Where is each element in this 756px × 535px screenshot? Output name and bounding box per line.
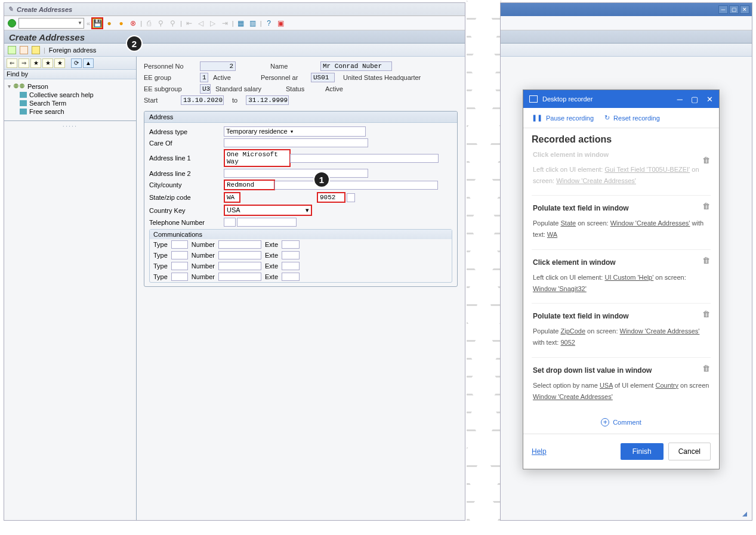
doc-new-icon[interactable]	[20, 46, 28, 54]
action-card[interactable]: Polulate text field in window 🗑 Populate…	[532, 196, 711, 250]
country-dropdown[interactable]: USA▾	[224, 205, 312, 216]
link[interactable]: UI Custom 'Help'	[604, 274, 653, 281]
delete-icon[interactable]: 🗑	[702, 255, 711, 263]
delete-icon[interactable]: 🗑	[702, 308, 711, 317]
comm-ext[interactable]	[282, 273, 300, 281]
content-pane: Personnel No 2 Name Mr Conrad Nuber EE g…	[137, 57, 465, 520]
minimize-icon[interactable]: ─	[677, 95, 683, 104]
pause-recording-button[interactable]: ❚❚Pause recording	[532, 114, 594, 122]
expand-icon[interactable]: ▾	[8, 83, 11, 89]
cancel-button[interactable]: Cancel	[668, 443, 711, 460]
findby-header: Find by	[4, 70, 136, 79]
comm-type[interactable]	[171, 273, 188, 281]
customize-icon[interactable]: ▣	[276, 18, 286, 28]
new-session-icon[interactable]: ▦	[236, 18, 246, 28]
command-field[interactable]	[18, 18, 84, 29]
link[interactable]: ZipCode	[560, 327, 585, 335]
comm-type[interactable]	[171, 240, 188, 249]
county-field[interactable]	[274, 181, 438, 190]
city-field[interactable]: Redmond	[224, 180, 275, 190]
nav-back-icon[interactable]: ⇐	[7, 58, 17, 68]
link[interactable]: Window 'Create Addresses'	[620, 327, 700, 335]
tree-item-person[interactable]: ▾ ⚉⚉ Person	[8, 82, 132, 91]
tree-item-free-search[interactable]: Free search	[8, 107, 132, 116]
comm-ext[interactable]	[282, 251, 300, 259]
link[interactable]: Window 'Create Addresses'	[610, 219, 690, 227]
action-card[interactable]: Click element in window 🗑 Left click on …	[532, 150, 711, 196]
delete-icon[interactable]: 🗑	[702, 154, 711, 163]
end-field[interactable]: 31.12.9999	[246, 95, 289, 105]
tel1-field[interactable]	[224, 218, 236, 227]
careof-field[interactable]	[224, 138, 368, 147]
action-card[interactable]: Click element in window 🗑 Left click on …	[532, 250, 711, 304]
resize-grip-icon[interactable]	[742, 512, 747, 517]
link[interactable]: Window 'Snagit32'	[533, 285, 587, 292]
link[interactable]: Window 'Create Addresses'	[533, 393, 613, 400]
nav-up-icon[interactable]: ▲	[83, 58, 94, 68]
annotation-badge-2: 2	[126, 35, 143, 52]
maximize-icon[interactable]: ▢	[691, 95, 698, 104]
link[interactable]: State	[560, 219, 576, 227]
line1-field[interactable]: One Microsoft Way	[224, 149, 291, 167]
comm-number[interactable]	[218, 251, 261, 259]
link[interactable]: USA	[600, 382, 613, 389]
link[interactable]: 9052	[560, 339, 575, 346]
state-field[interactable]: WA	[224, 192, 240, 203]
maximize-icon[interactable]: ▢	[729, 5, 739, 14]
line2-field[interactable]	[224, 169, 368, 178]
address-type-dropdown[interactable]: Temporary residence	[224, 126, 366, 137]
tel2-field[interactable]	[237, 218, 297, 227]
start-field[interactable]: 13.10.2020	[181, 95, 224, 105]
foreign-address-label[interactable]: Foreign address	[49, 47, 97, 54]
nav-fav3-icon[interactable]: ★	[54, 58, 65, 68]
reset-recording-button[interactable]: ↻Reset recording	[604, 114, 660, 122]
exit-icon[interactable]: ●	[116, 18, 126, 28]
delete-icon[interactable]: 🗑	[702, 363, 711, 371]
comm-ext[interactable]	[282, 240, 300, 249]
personnel-no-field[interactable]: 2	[200, 61, 236, 71]
comm-ext[interactable]	[282, 262, 300, 270]
line2-label: Address line 2	[149, 170, 224, 177]
comm-number[interactable]	[218, 273, 261, 281]
link[interactable]: WA	[547, 231, 557, 238]
doc-icon[interactable]	[8, 46, 16, 54]
layout-icon[interactable]: ▥	[248, 18, 258, 28]
address-type-label: Address type	[149, 128, 224, 135]
link[interactable]: Gui Text Field 'T005U-BEZEI'	[604, 166, 690, 173]
nav-fav-icon[interactable]: ★	[30, 58, 41, 68]
nav-fav2-icon[interactable]: ★	[42, 58, 53, 68]
state-label: State/zip code	[149, 194, 224, 201]
binoculars-icon	[20, 100, 27, 106]
close-icon[interactable]: ✕	[740, 5, 749, 14]
save-icon[interactable]: 💾	[92, 18, 102, 28]
line1-field-ext[interactable]	[290, 154, 439, 163]
link[interactable]: Country	[655, 382, 678, 389]
finish-button[interactable]: Finish	[621, 443, 664, 460]
window-menu-icon[interactable]: ✎	[8, 5, 13, 13]
nav-refresh-icon[interactable]: ⟳	[71, 58, 82, 68]
add-comment-button[interactable]: +Comment	[532, 411, 711, 434]
ok-icon[interactable]	[8, 19, 16, 27]
zip-ext-field[interactable]	[347, 193, 355, 202]
help-icon[interactable]: ?	[264, 18, 274, 28]
minimize-icon[interactable]: ─	[718, 5, 728, 14]
comm-type[interactable]	[171, 251, 188, 259]
action-card[interactable]: Polulate text field in window 🗑 Populate…	[532, 304, 711, 358]
recorder-title-bar[interactable]: Desktop recorder ─ ▢ ✕	[523, 90, 719, 108]
comm-number[interactable]	[218, 262, 261, 270]
help-link[interactable]: Help	[532, 447, 547, 456]
cancel-icon[interactable]: ⊗	[128, 18, 138, 28]
link[interactable]: Window 'Create Addresses'	[556, 177, 636, 184]
tree-item-collective[interactable]: Collective search help	[8, 91, 132, 99]
comm-type[interactable]	[171, 262, 188, 270]
person-icon[interactable]	[32, 46, 40, 54]
action-card[interactable]: Set drop down list value in window 🗑 Sel…	[532, 358, 711, 412]
zip-field[interactable]: 9052	[317, 192, 345, 203]
back-icon[interactable]: ●	[104, 18, 114, 28]
close-icon[interactable]: ✕	[706, 95, 713, 104]
nav-fwd-icon[interactable]: ⇒	[18, 58, 29, 68]
lower-empty-pane: ·····	[4, 120, 136, 520]
delete-icon[interactable]: 🗑	[702, 200, 711, 209]
tree-item-search-term[interactable]: Search Term	[8, 99, 132, 107]
comm-number[interactable]	[218, 240, 261, 249]
